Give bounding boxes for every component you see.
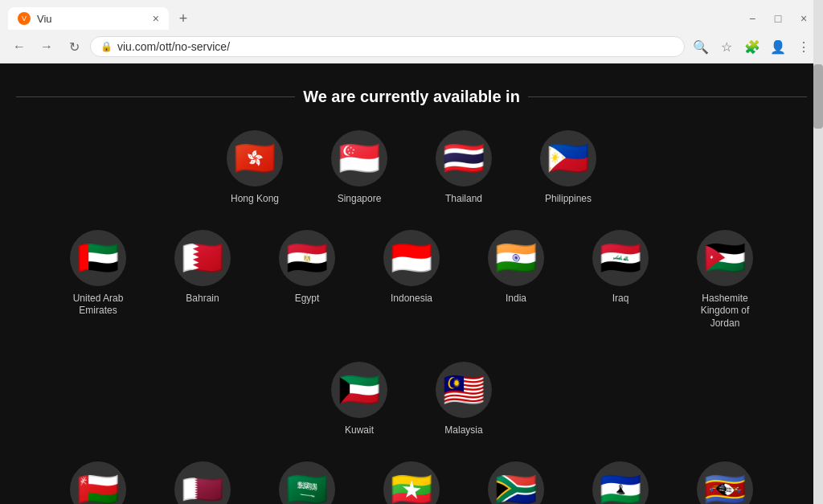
country-item-kw[interactable]: 🇰🇼Kuwait — [323, 362, 395, 437]
address-bar[interactable]: 🔒 viu.com/ott/no-service/ — [90, 36, 685, 57]
country-item-ph[interactable]: 🇵🇭Philippines — [532, 130, 604, 206]
page-content: We are currently available in 🇭🇰Hong Kon… — [0, 64, 823, 504]
url-text: viu.com/ott/no-service/ — [117, 40, 674, 53]
flag-th: 🇹🇭 — [436, 130, 492, 186]
country-item-bh[interactable]: 🇧🇭Bahrain — [166, 230, 239, 330]
country-name-ph: Philippines — [545, 193, 592, 206]
flag-za: 🇿🇦 — [488, 461, 544, 504]
country-item-hk[interactable]: 🇭🇰Hong Kong — [219, 130, 291, 206]
flag-hk: 🇭🇰 — [227, 130, 283, 186]
extensions-icon[interactable]: 🧩 — [741, 35, 764, 58]
country-item-in[interactable]: 🇮🇳India — [480, 230, 552, 330]
country-item-jo[interactable]: 🇯🇴Hashemite Kingdom of Jordan — [689, 230, 761, 330]
country-name-hk: Hong Kong — [231, 193, 279, 206]
lock-icon: 🔒 — [100, 41, 113, 52]
flag-ls: 🇱🇸 — [592, 461, 649, 504]
flag-in: 🇮🇳 — [488, 230, 544, 286]
country-name-th: Thailand — [445, 193, 482, 206]
toolbar-icons: 🔍 ☆ 🧩 👤 ⋮ — [690, 35, 815, 58]
country-item-qa[interactable]: 🇶🇦Qatar — [166, 461, 239, 504]
flag-eg: 🇪🇬 — [279, 230, 335, 286]
flag-id: 🇮🇩 — [383, 230, 440, 286]
country-item-uae[interactable]: 🇦🇪United Arab Emirates — [62, 230, 134, 330]
country-name-my: Malaysia — [444, 424, 482, 437]
flag-iq: 🇮🇶 — [592, 230, 649, 286]
browser-tab[interactable]: V Viu × — [8, 7, 169, 30]
tab-favicon: V — [18, 12, 31, 25]
country-name-jo: Hashemite Kingdom of Jordan — [689, 293, 761, 330]
header-line-right — [528, 96, 807, 97]
tab-close-button[interactable]: × — [153, 13, 159, 24]
refresh-button[interactable]: ↻ — [63, 35, 85, 58]
country-name-uae: United Arab Emirates — [62, 293, 134, 318]
flag-om: 🇴🇲 — [70, 461, 126, 504]
country-name-bh: Bahrain — [186, 293, 219, 305]
flag-uae: 🇦🇪 — [70, 230, 126, 286]
forward-button[interactable]: → — [35, 35, 58, 58]
section-title: We are currently available in — [303, 88, 520, 106]
country-item-th[interactable]: 🇹🇭Thailand — [428, 130, 500, 206]
country-item-iq[interactable]: 🇮🇶Iraq — [584, 230, 657, 330]
country-row-2: 🇦🇪United Arab Emirates🇧🇭Bahrain🇪🇬Egypt🇮🇩… — [16, 230, 807, 437]
flag-kw: 🇰🇼 — [331, 362, 387, 418]
flag-sg: 🇸🇬 — [331, 130, 387, 186]
flag-mm: 🇲🇲 — [383, 461, 440, 504]
country-row-3: 🇴🇲Oman🇶🇦Qatar🇸🇦Saudi Arabia🇲🇲Myanmar🇿🇦So… — [16, 461, 807, 504]
country-name-sg: Singapore — [338, 193, 382, 206]
window-controls: − □ × — [741, 7, 815, 30]
scrollbar-track[interactable] — [813, 0, 823, 504]
flag-qa: 🇶🇦 — [174, 461, 231, 504]
tab-title: Viu — [37, 13, 146, 25]
country-item-sa[interactable]: 🇸🇦Saudi Arabia — [271, 461, 343, 504]
bookmark-icon[interactable]: ☆ — [715, 35, 738, 58]
scrollbar-thumb[interactable] — [813, 64, 823, 129]
maximize-button[interactable]: □ — [767, 7, 789, 30]
header-line-left — [16, 96, 295, 97]
country-name-eg: Egypt — [295, 293, 320, 305]
back-button[interactable]: ← — [8, 35, 31, 58]
country-name-iq: Iraq — [612, 293, 629, 305]
country-name-kw: Kuwait — [345, 424, 374, 437]
browser-toolbar: ← → ↻ 🔒 viu.com/ott/no-service/ 🔍 ☆ 🧩 👤 … — [0, 31, 823, 64]
country-item-sg[interactable]: 🇸🇬Singapore — [323, 130, 395, 206]
flag-my: 🇲🇾 — [436, 362, 492, 418]
country-item-za[interactable]: 🇿🇦South Africa — [480, 461, 552, 504]
title-bar: V Viu × + − □ × — [0, 0, 823, 31]
minimize-button[interactable]: − — [741, 7, 764, 30]
top-country-row: 🇭🇰Hong Kong🇸🇬Singapore🇹🇭Thailand🇵🇭Philip… — [16, 130, 807, 206]
country-item-ls[interactable]: 🇱🇸Lesotho — [584, 461, 657, 504]
menu-icon[interactable]: ⋮ — [792, 35, 815, 58]
country-name-in: India — [506, 293, 526, 305]
flag-sz: 🇸🇿 — [697, 461, 753, 504]
country-item-my[interactable]: 🇲🇾Malaysia — [428, 362, 500, 437]
flag-jo: 🇯🇴 — [697, 230, 753, 286]
section-header: We are currently available in — [16, 88, 807, 106]
country-item-eg[interactable]: 🇪🇬Egypt — [271, 230, 343, 330]
browser-chrome: V Viu × + − □ × ← → ↻ 🔒 viu.com/ott/no-s… — [0, 0, 823, 64]
country-item-sz[interactable]: 🇸🇿Swaziland — [689, 461, 761, 504]
country-name-id: Indonesia — [391, 293, 432, 305]
profile-icon[interactable]: 👤 — [767, 35, 789, 58]
country-item-om[interactable]: 🇴🇲Oman — [62, 461, 134, 504]
country-item-mm[interactable]: 🇲🇲Myanmar — [375, 461, 448, 504]
close-window-button[interactable]: × — [792, 7, 815, 30]
flag-sa: 🇸🇦 — [279, 461, 335, 504]
flag-bh: 🇧🇭 — [174, 230, 231, 286]
new-tab-button[interactable]: + — [172, 7, 194, 30]
country-item-id[interactable]: 🇮🇩Indonesia — [375, 230, 448, 330]
search-icon[interactable]: 🔍 — [690, 35, 712, 58]
flag-ph: 🇵🇭 — [540, 130, 596, 186]
